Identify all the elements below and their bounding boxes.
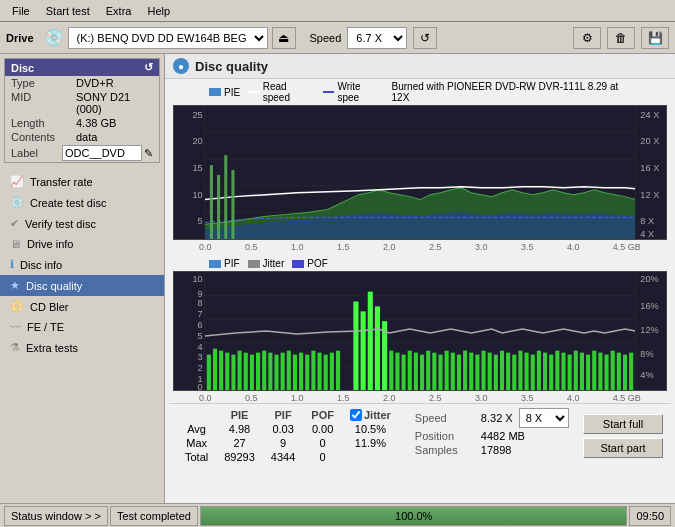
col-pof: POF	[303, 408, 342, 422]
erase-button[interactable]: 🗑	[607, 27, 635, 49]
eject-button[interactable]: ⏏	[272, 27, 296, 49]
sidebar-item-create-test-disc-label: Create test disc	[30, 197, 106, 209]
svg-text:2: 2	[198, 363, 203, 373]
jitter-checkbox[interactable]	[350, 409, 362, 421]
max-pif: 9	[263, 436, 303, 450]
svg-rect-73	[494, 355, 498, 390]
chart2-x-7: 3.5	[521, 393, 534, 403]
svg-rect-7	[210, 165, 213, 239]
sidebar-item-drive-info[interactable]: 🖥 Drive info	[0, 234, 164, 254]
samples-stat-row: Samples 17898	[415, 444, 575, 456]
stats-table-container: PIE PIF POF Jitter	[177, 408, 399, 464]
label-edit-icon[interactable]: ✎	[144, 147, 153, 160]
sidebar-item-disc-info[interactable]: ℹ Disc info	[0, 254, 164, 275]
chart1-legend: PIE Read speed Write spee Burned with PI…	[169, 79, 671, 105]
sidebar-item-fe-te[interactable]: 〰 FE / TE	[0, 317, 164, 337]
pof-label: POF	[307, 258, 328, 269]
label-key: Label	[11, 147, 62, 159]
speed-stat-row: Speed 8.32 X 8 X	[415, 408, 575, 428]
refresh-disc-icon[interactable]: ↺	[144, 61, 153, 74]
svg-rect-46	[311, 351, 315, 390]
speed-dropdown[interactable]: 6.7 X	[347, 27, 407, 49]
svg-rect-54	[375, 306, 380, 390]
settings-button[interactable]: ⚙	[573, 27, 601, 49]
svg-text:16 X: 16 X	[640, 163, 659, 173]
sidebar-item-disc-quality[interactable]: ★ Disc quality	[0, 275, 164, 296]
svg-rect-63	[432, 353, 436, 390]
position-stat-row: Position 4482 MB	[415, 430, 575, 442]
svg-text:8%: 8%	[640, 349, 653, 359]
svg-rect-82	[549, 355, 553, 390]
svg-rect-72	[488, 353, 492, 390]
jitter-col-label: Jitter	[364, 409, 391, 421]
menu-start-test[interactable]: Start test	[38, 3, 98, 19]
svg-text:5: 5	[198, 331, 203, 341]
menu-extra[interactable]: Extra	[98, 3, 140, 19]
save-button[interactable]: 💾	[641, 27, 669, 49]
sidebar-item-drive-info-label: Drive info	[27, 238, 73, 250]
sidebar-item-cd-bler[interactable]: 📀 CD Bler	[0, 296, 164, 317]
jitter-color	[248, 260, 260, 268]
read-speed-color	[248, 91, 260, 93]
stats-max-row: Max 27 9 0 11.9%	[177, 436, 399, 450]
status-window-section[interactable]: Status window > >	[4, 506, 108, 526]
disc-type-row: Type DVD+R	[5, 76, 159, 90]
svg-text:25: 25	[192, 110, 202, 120]
extra-tests-icon: ⚗	[10, 341, 20, 354]
refresh-button[interactable]: ↺	[413, 27, 437, 49]
legend-pie: PIE	[209, 87, 240, 98]
svg-rect-53	[368, 292, 373, 390]
svg-rect-91	[605, 355, 609, 390]
drive-info-icon: 🖥	[10, 238, 21, 250]
speed-select[interactable]: 8 X	[519, 408, 569, 428]
drive-label: Drive	[6, 32, 34, 44]
svg-rect-8	[217, 175, 220, 239]
speed-stat-value: 8.32 X	[481, 412, 513, 424]
type-label: Type	[11, 77, 76, 89]
jitter-label: Jitter	[263, 258, 285, 269]
svg-rect-32	[225, 353, 229, 390]
chart2-x-axis: 0.0 0.5 1.0 1.5 2.0 2.5 3.0 3.5 4.0 4.5 …	[169, 393, 671, 403]
max-pof: 0	[303, 436, 342, 450]
svg-rect-33	[231, 355, 235, 390]
sidebar-item-fe-te-label: FE / TE	[27, 321, 64, 333]
contents-label: Contents	[11, 131, 76, 143]
svg-rect-74	[500, 351, 504, 390]
svg-rect-42	[287, 351, 291, 390]
pif-label: PIF	[224, 258, 240, 269]
menu-help[interactable]: Help	[139, 3, 178, 19]
start-full-button[interactable]: Start full	[583, 414, 663, 434]
sidebar: Disc ↺ Type DVD+R MID SONY D21 (000) Len…	[0, 54, 165, 503]
legend-jitter: Jitter	[248, 258, 285, 269]
chart1-x-8: 4.0	[567, 242, 580, 252]
sidebar-item-extra-tests[interactable]: ⚗ Extra tests	[0, 337, 164, 358]
max-label: Max	[177, 436, 216, 450]
chart2-svg: 10 9 8 7 6 5 4 3 2 1 0 20% 16% 12% 8%	[174, 272, 666, 390]
sidebar-item-transfer-rate[interactable]: 📈 Transfer rate	[0, 171, 164, 192]
svg-rect-10	[231, 170, 234, 239]
status-completed-section: Test completed	[110, 506, 198, 526]
sidebar-item-verify-test-disc[interactable]: ✔ Verify test disc	[0, 213, 164, 234]
svg-rect-9	[224, 155, 227, 239]
chart2-x-8: 4.0	[567, 393, 580, 403]
svg-rect-81	[543, 353, 547, 390]
sidebar-item-create-test-disc[interactable]: 💿 Create test disc	[0, 192, 164, 213]
svg-rect-87	[580, 353, 584, 390]
chart1-x-axis: 0.0 0.5 1.0 1.5 2.0 2.5 3.0 3.5 4.0 4.5 …	[169, 242, 671, 252]
svg-text:12%: 12%	[640, 325, 658, 335]
sidebar-item-disc-info-label: Disc info	[20, 259, 62, 271]
status-time: 09:50	[629, 506, 671, 526]
test-completed-label: Test completed	[117, 510, 191, 522]
drive-dropdown[interactable]: (K:) BENQ DVD DD EW164B BEGB	[68, 27, 268, 49]
chart1-x-2: 1.0	[291, 242, 304, 252]
svg-rect-56	[389, 351, 393, 390]
menu-file[interactable]: File	[4, 3, 38, 19]
svg-rect-94	[623, 355, 627, 390]
svg-rect-83	[555, 351, 559, 390]
pof-color	[292, 260, 304, 268]
svg-rect-40	[274, 355, 278, 390]
label-input[interactable]	[62, 145, 142, 161]
chart1-x-4: 2.0	[383, 242, 396, 252]
start-part-button[interactable]: Start part	[583, 438, 663, 458]
svg-text:3: 3	[198, 353, 203, 363]
